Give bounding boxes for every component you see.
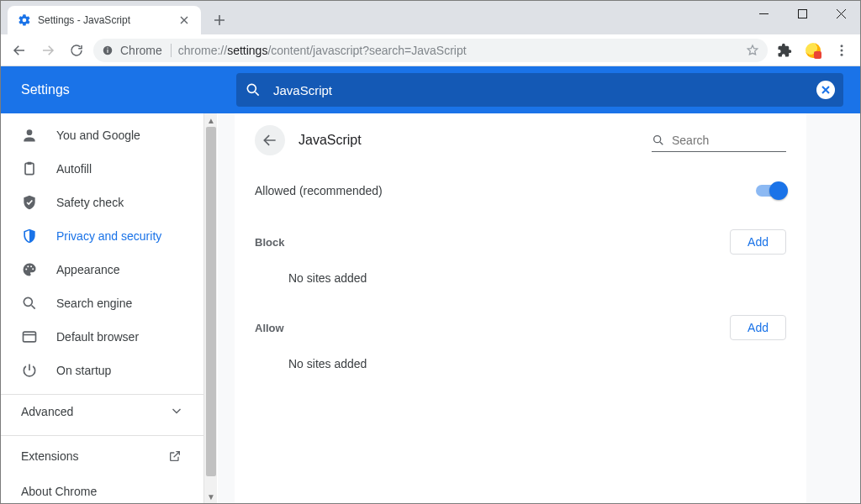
allowed-row: Allowed (recommended)	[255, 167, 786, 206]
settings-main: JavaScript Allowed (recommended) Block A…	[218, 113, 860, 503]
svg-point-7	[247, 84, 256, 92]
address-bar[interactable]: Chrome chrome://settings/content/javascr…	[93, 39, 768, 62]
palette-icon	[21, 261, 38, 278]
window-controls	[744, 1, 860, 34]
settings-header: Settings	[1, 66, 860, 113]
sidebar-advanced-toggle[interactable]: Advanced	[1, 395, 203, 428]
svg-point-8	[27, 129, 33, 135]
sidebar-item-label: Privacy and security	[56, 229, 161, 243]
svg-point-5	[841, 49, 843, 51]
svg-point-15	[24, 297, 32, 306]
svg-point-6	[841, 53, 843, 55]
gear-icon	[18, 13, 31, 27]
back-button[interactable]	[255, 125, 285, 155]
tab-title: Settings - JavaScript	[38, 14, 171, 26]
svg-point-13	[30, 265, 32, 267]
svg-rect-2	[107, 49, 108, 52]
svg-rect-10	[28, 162, 32, 165]
page-header: JavaScript	[255, 113, 786, 167]
extensions-icon[interactable]	[773, 39, 796, 62]
advanced-label: Advanced	[21, 405, 73, 418]
svg-rect-3	[107, 47, 108, 48]
sidebar-item-search-engine[interactable]: Search engine	[1, 286, 203, 320]
allowed-toggle[interactable]	[756, 185, 786, 197]
settings-search-bar[interactable]	[236, 73, 843, 107]
sidebar-item-label: Search engine	[56, 297, 132, 310]
url-text: chrome://settings/content/javascript?sea…	[178, 44, 739, 57]
svg-point-12	[27, 265, 29, 267]
settings-title: Settings	[1, 82, 216, 97]
clear-search-icon[interactable]	[816, 81, 835, 99]
svg-point-14	[32, 268, 34, 270]
sidebar-item-label: Appearance	[56, 263, 120, 276]
search-icon	[652, 134, 665, 147]
maximize-button[interactable]	[783, 1, 821, 26]
nav-forward-button[interactable]	[36, 39, 60, 62]
browser-menu-button[interactable]	[830, 39, 853, 62]
power-icon	[21, 362, 38, 379]
browser-tab-active[interactable]: Settings - JavaScript	[8, 6, 201, 34]
clipboard-icon	[21, 160, 38, 177]
sidebar-extensions-link[interactable]: Extensions	[1, 436, 203, 476]
minimize-button[interactable]	[744, 1, 783, 26]
sidebar-about-chrome[interactable]: About Chrome	[1, 476, 203, 504]
scrollbar-thumb[interactable]	[206, 127, 216, 476]
reload-button[interactable]	[65, 39, 88, 62]
block-section: Block Add No sites added	[255, 229, 786, 291]
svg-point-11	[25, 269, 27, 270]
allow-add-button[interactable]: Add	[730, 315, 786, 340]
site-info-icon[interactable]	[102, 45, 114, 56]
page-search[interactable]	[652, 129, 786, 152]
svg-point-17	[654, 135, 661, 142]
url-pre: chrome://	[178, 44, 227, 57]
block-title: Block	[255, 236, 284, 249]
extension-color-icon[interactable]	[801, 39, 825, 62]
close-tab-icon[interactable]	[177, 13, 191, 27]
sidebar-item-you-and-google[interactable]: You and Google	[1, 118, 203, 152]
svg-rect-9	[25, 163, 34, 174]
nav-back-button[interactable]	[8, 39, 31, 62]
settings-sidebar: You and Google Autofill Safety check Pri…	[1, 113, 218, 503]
sidebar-item-label: Safety check	[56, 196, 124, 209]
sidebar-scrollbar[interactable]: ▲ ▼	[203, 113, 217, 503]
chevron-down-icon	[172, 407, 182, 417]
sidebar-item-privacy-security[interactable]: Privacy and security	[1, 219, 203, 253]
toggle-knob	[769, 181, 788, 200]
window-close-button[interactable]	[821, 1, 860, 26]
sidebar-item-autofill[interactable]: Autofill	[1, 152, 203, 186]
browser-toolbar: Chrome chrome://settings/content/javascr…	[1, 34, 860, 66]
sidebar-item-appearance[interactable]: Appearance	[1, 253, 203, 286]
sidebar-item-default-browser[interactable]: Default browser	[1, 320, 203, 354]
allow-section: Allow Add No sites added	[255, 315, 786, 377]
allow-title: Allow	[255, 322, 284, 334]
new-tab-button[interactable]	[208, 8, 231, 32]
sidebar-item-on-startup[interactable]: On startup	[1, 354, 203, 387]
sidebar-item-safety-check[interactable]: Safety check	[1, 186, 203, 219]
browser-tab-strip: Settings - JavaScript	[1, 1, 860, 34]
scrollbar-up-arrow[interactable]: ▲	[204, 113, 218, 127]
sidebar-item-label: You and Google	[56, 129, 140, 142]
url-path: /content/javascript?search=JavaScript	[267, 44, 466, 57]
block-add-button[interactable]: Add	[730, 229, 786, 255]
shield-icon	[21, 228, 38, 244]
search-icon	[245, 81, 261, 98]
page-search-input[interactable]	[672, 134, 786, 147]
svg-rect-0	[798, 9, 806, 18]
allowed-label: Allowed (recommended)	[255, 184, 383, 197]
sidebar-item-label: Autofill	[56, 162, 92, 176]
svg-rect-16	[24, 332, 36, 342]
person-icon	[21, 127, 38, 144]
scrollbar-down-arrow[interactable]: ▼	[204, 490, 218, 503]
block-empty-text: No sites added	[255, 255, 786, 291]
settings-search-input[interactable]	[273, 83, 816, 97]
page-title: JavaScript	[298, 133, 362, 148]
sidebar-item-label: Default browser	[56, 330, 139, 344]
open-in-new-icon	[168, 449, 182, 463]
about-label: About Chrome	[21, 485, 97, 498]
svg-point-4	[841, 45, 843, 47]
allow-empty-text: No sites added	[255, 340, 786, 377]
bookmark-star-icon[interactable]	[746, 44, 759, 57]
search-icon	[21, 295, 38, 312]
shield-check-icon	[21, 194, 38, 211]
extensions-label: Extensions	[21, 449, 78, 463]
